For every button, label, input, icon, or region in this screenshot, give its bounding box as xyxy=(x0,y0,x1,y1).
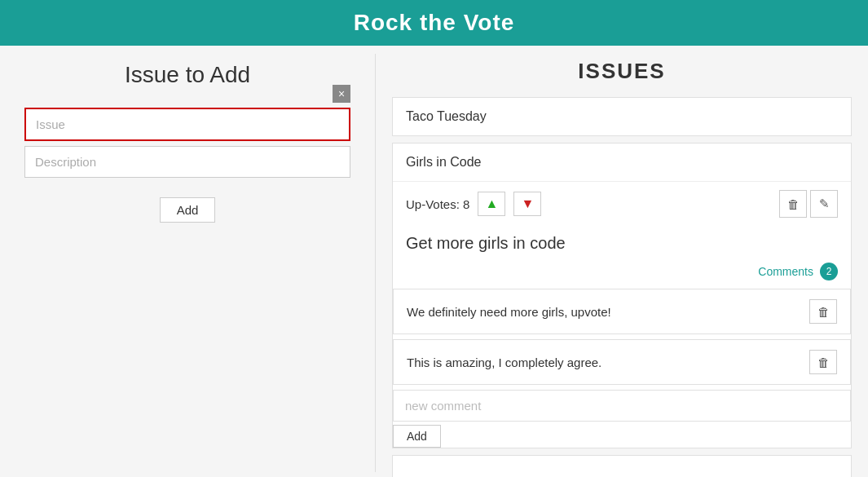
issue-description: Get more girls in code xyxy=(393,226,851,258)
new-comment-row: Add xyxy=(393,390,851,448)
delete-comment-2-button[interactable]: 🗑 xyxy=(809,350,837,374)
delete-comment-1-button[interactable]: 🗑 xyxy=(809,299,837,324)
right-panel: ISSUES Taco Tuesday Girls in Code Up-Vot… xyxy=(376,46,868,477)
comments-badge: 2 xyxy=(820,263,838,280)
issue-card-partial xyxy=(392,455,852,477)
left-panel: Issue to Add × Add xyxy=(0,46,375,477)
issue-title-girls-in-code: Girls in Code xyxy=(393,144,851,182)
new-comment-input[interactable] xyxy=(393,390,851,422)
add-issue-button[interactable]: Add xyxy=(160,197,216,223)
issue-card-taco-tuesday: Taco Tuesday xyxy=(392,97,852,136)
comment-text-2: This is amazing, I completely agree. xyxy=(407,356,601,369)
app-header: Rock the Vote xyxy=(0,0,868,46)
issue-form: × Add xyxy=(24,108,350,223)
app-title: Rock the Vote xyxy=(354,10,515,35)
main-layout: Issue to Add × Add ISSUES Taco Tuesday G… xyxy=(0,46,868,477)
issue-votes-row: Up-Votes: 8 ▲ ▼ 🗑 ✎ xyxy=(393,182,851,226)
comment-text-1: We definitely need more girls, upvote! xyxy=(407,305,611,319)
issue-title-taco-tuesday: Taco Tuesday xyxy=(393,98,851,135)
vote-down-button[interactable]: ▼ xyxy=(513,192,541,216)
add-comment-button[interactable]: Add xyxy=(393,425,441,448)
votes-label: Up-Votes: 8 xyxy=(406,197,469,211)
description-input[interactable] xyxy=(24,146,350,178)
add-button-container: Add xyxy=(24,197,350,223)
clear-button[interactable]: × xyxy=(333,85,350,103)
votes-left: Up-Votes: 8 ▲ ▼ xyxy=(406,192,541,216)
left-panel-heading: Issue to Add xyxy=(24,62,350,88)
comments-row: Comments 2 xyxy=(393,258,851,289)
delete-issue-button[interactable]: 🗑 xyxy=(779,190,807,218)
edit-issue-button[interactable]: ✎ xyxy=(810,190,838,218)
comments-link[interactable]: Comments xyxy=(758,265,813,278)
issue-action-buttons: 🗑 ✎ xyxy=(779,190,838,218)
comment-item-2: This is amazing, I completely agree. 🗑 xyxy=(393,339,851,385)
issue-input[interactable] xyxy=(24,108,350,141)
issues-heading: ISSUES xyxy=(392,59,852,84)
vote-up-button[interactable]: ▲ xyxy=(478,192,505,216)
comment-item-1: We definitely need more girls, upvote! 🗑 xyxy=(393,289,851,334)
issue-card-girls-in-code: Girls in Code Up-Votes: 8 ▲ ▼ 🗑 ✎ Get mo… xyxy=(392,143,852,448)
